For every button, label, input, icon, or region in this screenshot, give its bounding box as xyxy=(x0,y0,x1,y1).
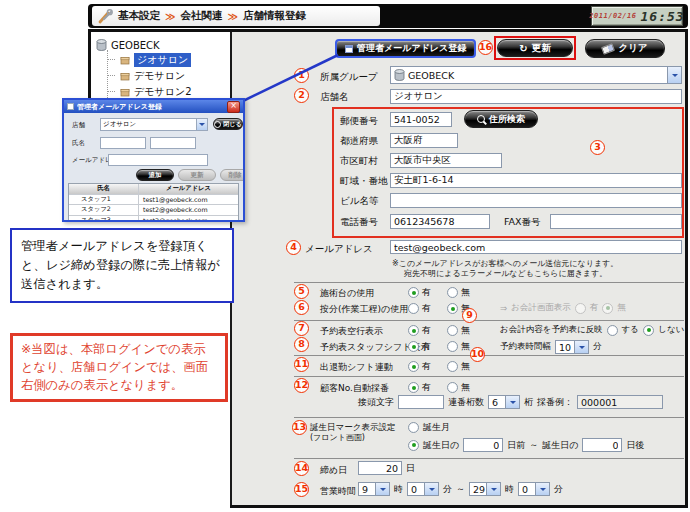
fax-label: FAX番号 xyxy=(504,216,541,229)
radio-do[interactable] xyxy=(607,325,618,336)
group-select[interactable]: GEOBECK xyxy=(390,66,682,84)
popup-close-label: 閉じる xyxy=(223,120,241,129)
fax-input[interactable] xyxy=(550,214,682,229)
popup-close-button[interactable]: 閉じる xyxy=(213,118,243,130)
clear-label: クリア xyxy=(618,42,647,55)
customer-number-label: 顧客No.自動採番 xyxy=(320,382,389,395)
radio-birth-month[interactable] xyxy=(408,422,419,433)
hour-unit: 時 xyxy=(505,483,514,496)
birth-month-label: 誕生月 xyxy=(423,421,450,434)
digits-select[interactable]: 6 xyxy=(488,395,520,409)
staff-email-cell: test1@geobeck.com xyxy=(139,195,238,205)
update-button[interactable]: 更新 xyxy=(497,39,573,57)
email-label: メールアドレス xyxy=(305,243,373,256)
close-hour-select[interactable]: 29 xyxy=(469,482,501,496)
radio-yes-label: 有 xyxy=(422,360,431,373)
divider xyxy=(294,355,684,356)
days-after-input[interactable] xyxy=(582,438,622,452)
radio-yes[interactable] xyxy=(408,361,419,372)
prefecture-input[interactable] xyxy=(390,133,458,148)
tree-item-demosalon2[interactable]: デモサロン2 xyxy=(108,85,192,98)
store-name-input[interactable] xyxy=(390,89,682,104)
address-search-button[interactable]: 住所検索 xyxy=(464,110,538,128)
birthday-of-label2: 誕生日の xyxy=(542,439,578,452)
breadcrumb-item: 基本設定 xyxy=(118,9,160,23)
titlebar: 基本設定 ≫ 会社関連 ≫ 店舗情報登録 2011/02/16 16:53 xyxy=(88,4,688,28)
popup-email-input[interactable] xyxy=(108,154,208,166)
popup-name-label: 氏名 xyxy=(72,139,85,148)
radio-no[interactable] xyxy=(447,382,458,393)
row-customer-number: 顧客No.自動採番 有 無 xyxy=(320,381,684,394)
popup-store-select[interactable]: ジオサロン xyxy=(100,118,208,131)
tree-item-label: ジオサロン xyxy=(134,53,191,67)
birthday-month-option: 誕生月 xyxy=(408,421,450,434)
blank-line-label: 予約表空行表示 xyxy=(320,325,383,338)
email-input[interactable] xyxy=(390,240,682,254)
radio-yes[interactable] xyxy=(408,303,419,314)
radio-yes-label: 有 xyxy=(422,302,431,315)
close-hour-value: 29 xyxy=(470,484,486,495)
row-treatment-table: 施術台の使用 有 無 xyxy=(320,286,684,299)
closing-day-input[interactable] xyxy=(358,461,402,475)
close-minute-value: 0 xyxy=(519,484,535,495)
radio-yes[interactable] xyxy=(408,325,419,336)
digits-value: 6 xyxy=(489,397,505,408)
postal-input[interactable] xyxy=(390,112,452,127)
table-row[interactable]: スタッフ1 test1@geobeck.com xyxy=(69,194,238,205)
radio-no[interactable] xyxy=(447,325,458,336)
day-unit: 日 xyxy=(406,462,415,475)
radio-yes-disabled xyxy=(575,303,586,314)
radio-do-label: する xyxy=(622,324,639,336)
radio-yes[interactable] xyxy=(408,382,419,393)
days-after-label: 日後 xyxy=(626,439,644,452)
open-minute-select[interactable]: 0 xyxy=(407,482,439,496)
open-hour-select[interactable]: 9 xyxy=(358,482,390,496)
city-input[interactable] xyxy=(390,153,502,168)
radio-yes[interactable] xyxy=(408,341,419,352)
radio-no[interactable] xyxy=(447,361,458,372)
prefix-input[interactable] xyxy=(398,395,444,409)
checkout-display-label: お会計画面表示 xyxy=(511,302,571,314)
closing-day-row: 日 xyxy=(358,461,415,475)
group-value: GEOBECK xyxy=(405,70,667,81)
close-icon[interactable] xyxy=(227,101,240,113)
clock-date: 2011/02/16 xyxy=(589,12,636,20)
annotation-number-6: 6 xyxy=(294,300,309,315)
annotation-number-5: 5 xyxy=(294,284,309,299)
tree-item-demosalon[interactable]: デモサロン xyxy=(108,69,185,82)
radio-dont[interactable] xyxy=(643,325,654,336)
radio-no[interactable] xyxy=(447,287,458,298)
popup-lastname-input[interactable] xyxy=(100,137,146,149)
page: 基本設定 ≫ 会社関連 ≫ 店舗情報登録 2011/02/16 16:53 GE… xyxy=(0,0,690,512)
phone-input[interactable] xyxy=(390,214,490,229)
tree-root-geobeck[interactable]: GEOBECK xyxy=(96,39,160,51)
days-before-input[interactable] xyxy=(463,438,503,452)
close-minute-select[interactable]: 0 xyxy=(518,482,550,496)
popup-firstname-input[interactable] xyxy=(150,137,196,149)
reflect-checkout-label: お会計内容を予約表に反映 xyxy=(500,324,603,336)
tree-item-label: デモサロン2 xyxy=(134,85,192,99)
popup-add-button[interactable]: 追加 xyxy=(136,169,174,181)
table-row[interactable]: スタッフ3 test3@geobeck.com xyxy=(69,215,238,222)
eraser-icon xyxy=(601,43,615,55)
radio-no[interactable] xyxy=(447,303,458,314)
radio-yes[interactable] xyxy=(408,287,419,298)
table-row[interactable]: スタッフ2 test2@geobeck.com xyxy=(69,204,238,215)
annotation-number-14: 14 xyxy=(294,461,309,476)
example-output xyxy=(577,395,663,409)
chevron-down-icon xyxy=(574,341,588,353)
admin-email-register-button[interactable]: 管理者メールアドレス登録 xyxy=(335,39,476,58)
hours-tilde: ～ xyxy=(456,483,465,496)
time-slot-select[interactable]: 10 xyxy=(555,340,589,354)
street-input[interactable] xyxy=(390,173,682,188)
building-input[interactable] xyxy=(390,193,682,208)
clear-button[interactable]: クリア xyxy=(585,39,665,58)
table-header-row: 氏名 メールアドレス xyxy=(69,184,238,194)
radio-no-label: 無 xyxy=(461,381,470,394)
radio-yes-label: 有 xyxy=(422,381,431,394)
radio-no[interactable] xyxy=(447,341,458,352)
radio-no-label: 無 xyxy=(461,360,470,373)
radio-birth-range[interactable] xyxy=(408,440,419,451)
tree-root-label: GEOBECK xyxy=(111,40,160,51)
tree-item-geosalon[interactable]: ジオサロン xyxy=(108,53,191,66)
